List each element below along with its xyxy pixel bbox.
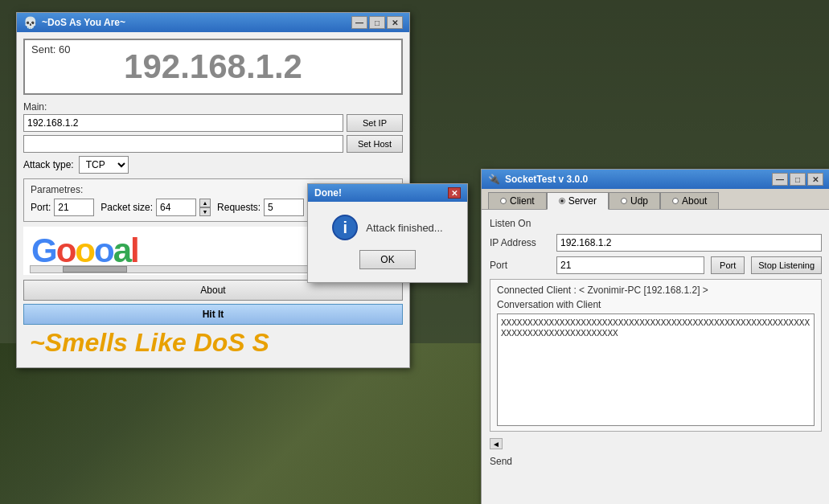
dos-host-input[interactable] <box>23 135 343 153</box>
socket-listen-on-label: Listen On <box>490 218 822 229</box>
socket-stop-btn[interactable]: Stop Listening <box>751 256 822 274</box>
socket-tabs: Client Server Udp About <box>482 189 829 210</box>
dos-port-input[interactable] <box>54 199 94 216</box>
dos-packet-size-down[interactable]: ▼ <box>199 207 211 216</box>
tab-client-radio <box>500 198 507 204</box>
socket-send-section: Send <box>490 456 822 467</box>
tab-udp-radio <box>621 198 627 204</box>
dos-restore-btn[interactable]: □ <box>369 16 385 29</box>
socket-port-input[interactable] <box>556 256 704 274</box>
dos-attack-type-row: Attack type: TCP UDP HTTP <box>23 156 403 174</box>
done-ok-btn[interactable]: OK <box>359 250 416 269</box>
tab-client-label: Client <box>510 195 535 207</box>
dos-set-host-btn[interactable]: Set Host <box>347 135 403 153</box>
socket-send-label: Send <box>490 456 822 467</box>
socket-port-label: Port <box>490 260 550 271</box>
tab-server[interactable]: Server <box>547 192 609 210</box>
dos-main-section: Main: Set IP Set Host Attack type: TCP U… <box>23 101 403 174</box>
dos-slogan: ~Smells Like DoS S <box>23 325 403 361</box>
done-titlebar: Done! ✕ <box>308 184 467 202</box>
dos-scroll-thumb[interactable] <box>63 266 127 272</box>
tab-about[interactable]: About <box>660 192 719 209</box>
socket-titlebar-left: 🔌 SocketTest v 3.0.0 <box>488 174 588 185</box>
socket-connected-section: Connected Client : < Zvonimir-PC [192.16… <box>490 279 822 432</box>
dos-ip-row: Set IP <box>23 114 403 132</box>
done-title: Done! <box>314 187 342 199</box>
dos-bottom-btns: About Hit It <box>23 280 403 325</box>
socket-scroll-row: ◄ <box>490 436 822 451</box>
tab-about-label: About <box>682 195 707 207</box>
dos-titlebar-left: 💀 ~DoS As You Are~ <box>23 16 125 29</box>
dos-requests-group: Requests: ▲ ▼ <box>217 199 318 216</box>
socket-app-icon: 🔌 <box>488 174 500 185</box>
dos-attack-type-label: Attack type: <box>23 159 74 170</box>
dos-ip-input[interactable] <box>23 114 343 132</box>
socket-close-btn[interactable]: ✕ <box>807 173 823 186</box>
dos-packet-size-input[interactable] <box>156 199 196 216</box>
socket-title: SocketTest v 3.0.0 <box>505 174 588 185</box>
tab-udp-label: Udp <box>630 195 648 207</box>
done-info-icon: i <box>332 215 358 240</box>
dos-ip-display-text: 192.168.1.2 <box>124 47 302 86</box>
socket-titlebar-controls: — □ ✕ <box>772 173 823 186</box>
done-content: i Attack finished... OK <box>308 202 467 282</box>
dos-titlebar: 💀 ~DoS As You Are~ — □ ✕ <box>17 13 409 32</box>
dos-port-label: Port: <box>31 202 51 213</box>
socket-ip-input[interactable] <box>556 234 822 252</box>
dos-sent: Sent: 60 <box>31 43 70 55</box>
dos-close-btn[interactable]: ✕ <box>387 16 403 29</box>
done-info-row: i Attack finished... <box>332 215 442 240</box>
socket-scroll-left[interactable]: ◄ <box>490 438 503 449</box>
socket-content: Listen On IP Address Port Port Stop List… <box>482 210 829 475</box>
dos-requests-label: Requests: <box>217 202 261 213</box>
dos-host-row: Set Host <box>23 135 403 153</box>
dos-titlebar-controls: — □ ✕ <box>351 16 403 29</box>
dos-packet-size-group: Packet size: ▲ ▼ <box>101 199 211 216</box>
tab-server-radio <box>559 198 565 204</box>
socket-restore-btn[interactable]: □ <box>790 173 806 186</box>
dos-app-icon: 💀 <box>23 16 37 29</box>
tab-udp[interactable]: Udp <box>609 192 660 209</box>
dos-packet-size-up[interactable]: ▲ <box>199 199 211 207</box>
dos-packet-size-spinner: ▲ ▼ <box>199 199 211 216</box>
dos-main-label: Main: <box>23 101 403 113</box>
dos-set-ip-btn[interactable]: Set IP <box>347 114 403 132</box>
socket-ip-row: IP Address <box>490 234 822 252</box>
socket-window: 🔌 SocketTest v 3.0.0 — □ ✕ Client Server… <box>481 169 829 504</box>
done-message: Attack finished... <box>366 222 442 234</box>
socket-conversation-area[interactable]: XXXXXXXXXXXXXXXXXXXXXXXXXXXXXXXXXXXXXXXX… <box>497 313 815 426</box>
socket-ip-label: IP Address <box>490 237 550 248</box>
socket-connected-label: Connected Client : < Zvonimir-PC [192.16… <box>497 285 815 296</box>
socket-port-row: Port Port Stop Listening <box>490 256 822 274</box>
dos-attack-type-select[interactable]: TCP UDP HTTP <box>79 156 129 174</box>
done-dialog: Done! ✕ i Attack finished... OK <box>307 183 468 283</box>
dos-hit-btn[interactable]: Hit It <box>23 304 403 325</box>
socket-conversation-label: Conversation with Client <box>497 299 815 310</box>
dos-ip-display: Sent: 60 192.168.1.2 <box>23 39 403 95</box>
socket-titlebar: 🔌 SocketTest v 3.0.0 — □ ✕ <box>482 170 829 189</box>
tab-about-radio <box>672 198 679 204</box>
done-close-btn[interactable]: ✕ <box>448 187 461 199</box>
dos-google-logo: Goooal <box>31 232 138 270</box>
tab-client[interactable]: Client <box>488 192 547 209</box>
dos-title: ~DoS As You Are~ <box>42 17 125 28</box>
socket-minimize-btn[interactable]: — <box>772 173 788 186</box>
dos-packet-size-label: Packet size: <box>101 202 153 213</box>
dos-minimize-btn[interactable]: — <box>351 16 367 29</box>
socket-port-btn[interactable]: Port <box>711 256 745 274</box>
dos-port-group: Port: <box>31 199 94 216</box>
dos-requests-input[interactable] <box>264 199 304 216</box>
tab-server-label: Server <box>568 195 597 207</box>
